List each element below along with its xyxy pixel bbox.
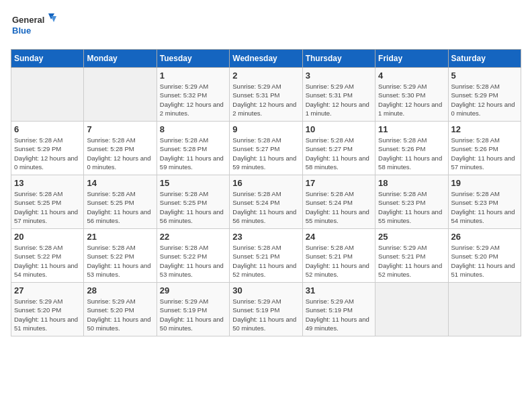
calendar-cell: 4Sunrise: 5:29 AM Sunset: 5:30 PM Daylig… <box>375 68 448 122</box>
day-number: 25 <box>378 232 445 242</box>
day-number: 27 <box>14 285 81 295</box>
calendar-cell: 1Sunrise: 5:29 AM Sunset: 5:32 PM Daylig… <box>157 68 229 122</box>
day-header-saturday: Saturday <box>448 50 521 68</box>
day-number: 29 <box>160 285 226 295</box>
day-number: 20 <box>14 232 81 242</box>
day-info: Sunrise: 5:29 AM Sunset: 5:31 PM Dayligh… <box>232 82 299 118</box>
logo-svg: General Blue <box>11 11 58 41</box>
calendar-cell: 24Sunrise: 5:28 AM Sunset: 5:21 PM Dayli… <box>302 229 375 283</box>
day-number: 13 <box>14 178 81 188</box>
logo: General Blue <box>11 11 58 41</box>
day-info: Sunrise: 5:28 AM Sunset: 5:21 PM Dayligh… <box>232 243 299 279</box>
calendar-cell: 17Sunrise: 5:28 AM Sunset: 5:24 PM Dayli… <box>302 175 375 229</box>
day-info: Sunrise: 5:29 AM Sunset: 5:19 PM Dayligh… <box>232 297 299 332</box>
day-info: Sunrise: 5:29 AM Sunset: 5:32 PM Dayligh… <box>160 82 226 118</box>
calendar-cell <box>11 68 84 122</box>
svg-text:General: General <box>12 15 44 25</box>
day-info: Sunrise: 5:28 AM Sunset: 5:27 PM Dayligh… <box>306 136 372 171</box>
calendar-cell: 21Sunrise: 5:28 AM Sunset: 5:22 PM Dayli… <box>84 229 157 283</box>
day-info: Sunrise: 5:28 AM Sunset: 5:24 PM Dayligh… <box>306 189 372 225</box>
calendar-week-3: 13Sunrise: 5:28 AM Sunset: 5:25 PM Dayli… <box>11 175 521 229</box>
day-info: Sunrise: 5:28 AM Sunset: 5:29 PM Dayligh… <box>14 136 81 171</box>
day-number: 1 <box>160 71 226 81</box>
calendar-body: 1Sunrise: 5:29 AM Sunset: 5:32 PM Daylig… <box>11 68 521 336</box>
header: General Blue <box>11 11 521 41</box>
calendar-cell: 18Sunrise: 5:28 AM Sunset: 5:23 PM Dayli… <box>375 175 448 229</box>
day-info: Sunrise: 5:29 AM Sunset: 5:19 PM Dayligh… <box>160 297 226 332</box>
day-info: Sunrise: 5:29 AM Sunset: 5:21 PM Dayligh… <box>378 243 445 279</box>
day-number: 26 <box>451 232 518 242</box>
day-info: Sunrise: 5:29 AM Sunset: 5:31 PM Dayligh… <box>306 82 372 118</box>
calendar-week-1: 1Sunrise: 5:29 AM Sunset: 5:32 PM Daylig… <box>11 68 521 122</box>
day-info: Sunrise: 5:28 AM Sunset: 5:24 PM Dayligh… <box>232 189 299 225</box>
calendar-cell: 25Sunrise: 5:29 AM Sunset: 5:21 PM Dayli… <box>375 229 448 283</box>
day-header-wednesday: Wednesday <box>230 50 302 68</box>
day-number: 6 <box>14 124 81 134</box>
day-number: 30 <box>232 285 299 295</box>
calendar-cell: 15Sunrise: 5:28 AM Sunset: 5:25 PM Dayli… <box>157 175 229 229</box>
svg-text:Blue: Blue <box>12 26 31 36</box>
day-number: 21 <box>87 232 153 242</box>
day-info: Sunrise: 5:29 AM Sunset: 5:20 PM Dayligh… <box>87 297 153 332</box>
day-header-sunday: Sunday <box>11 50 84 68</box>
day-number: 4 <box>378 71 445 81</box>
day-header-friday: Friday <box>375 50 448 68</box>
day-number: 5 <box>451 71 518 81</box>
calendar-cell <box>84 68 157 122</box>
day-info: Sunrise: 5:28 AM Sunset: 5:25 PM Dayligh… <box>87 189 153 225</box>
calendar-cell: 14Sunrise: 5:28 AM Sunset: 5:25 PM Dayli… <box>84 175 157 229</box>
calendar-header-row: SundayMondayTuesdayWednesdayThursdayFrid… <box>11 50 521 68</box>
calendar-cell <box>375 283 448 336</box>
day-number: 18 <box>378 178 445 188</box>
day-info: Sunrise: 5:28 AM Sunset: 5:23 PM Dayligh… <box>451 189 518 225</box>
day-info: Sunrise: 5:28 AM Sunset: 5:26 PM Dayligh… <box>451 136 518 171</box>
calendar-cell: 16Sunrise: 5:28 AM Sunset: 5:24 PM Dayli… <box>230 175 302 229</box>
calendar-week-5: 27Sunrise: 5:29 AM Sunset: 5:20 PM Dayli… <box>11 283 521 336</box>
calendar-cell: 20Sunrise: 5:28 AM Sunset: 5:22 PM Dayli… <box>11 229 84 283</box>
day-info: Sunrise: 5:28 AM Sunset: 5:27 PM Dayligh… <box>232 136 299 171</box>
calendar-cell: 11Sunrise: 5:28 AM Sunset: 5:26 PM Dayli… <box>375 122 448 175</box>
day-info: Sunrise: 5:29 AM Sunset: 5:19 PM Dayligh… <box>306 297 372 332</box>
calendar-cell: 26Sunrise: 5:29 AM Sunset: 5:20 PM Dayli… <box>448 229 521 283</box>
day-info: Sunrise: 5:28 AM Sunset: 5:23 PM Dayligh… <box>378 189 445 225</box>
day-info: Sunrise: 5:28 AM Sunset: 5:22 PM Dayligh… <box>87 243 153 279</box>
calendar-cell: 7Sunrise: 5:28 AM Sunset: 5:28 PM Daylig… <box>84 122 157 175</box>
calendar-cell: 5Sunrise: 5:28 AM Sunset: 5:29 PM Daylig… <box>448 68 521 122</box>
calendar-cell: 9Sunrise: 5:28 AM Sunset: 5:27 PM Daylig… <box>230 122 302 175</box>
day-info: Sunrise: 5:28 AM Sunset: 5:28 PM Dayligh… <box>160 136 226 171</box>
calendar-cell: 27Sunrise: 5:29 AM Sunset: 5:20 PM Dayli… <box>11 283 84 336</box>
calendar-cell: 10Sunrise: 5:28 AM Sunset: 5:27 PM Dayli… <box>302 122 375 175</box>
day-number: 28 <box>87 285 153 295</box>
day-header-thursday: Thursday <box>302 50 375 68</box>
day-header-monday: Monday <box>84 50 157 68</box>
calendar-week-4: 20Sunrise: 5:28 AM Sunset: 5:22 PM Dayli… <box>11 229 521 283</box>
calendar-table: SundayMondayTuesdayWednesdayThursdayFrid… <box>11 49 521 336</box>
day-number: 10 <box>306 124 372 134</box>
day-info: Sunrise: 5:28 AM Sunset: 5:22 PM Dayligh… <box>160 243 226 279</box>
calendar-cell: 6Sunrise: 5:28 AM Sunset: 5:29 PM Daylig… <box>11 122 84 175</box>
calendar-cell: 22Sunrise: 5:28 AM Sunset: 5:22 PM Dayli… <box>157 229 229 283</box>
calendar-cell: 28Sunrise: 5:29 AM Sunset: 5:20 PM Dayli… <box>84 283 157 336</box>
day-number: 22 <box>160 232 226 242</box>
calendar-cell: 30Sunrise: 5:29 AM Sunset: 5:19 PM Dayli… <box>230 283 302 336</box>
calendar-cell <box>448 283 521 336</box>
calendar-cell: 23Sunrise: 5:28 AM Sunset: 5:21 PM Dayli… <box>230 229 302 283</box>
day-number: 23 <box>232 232 299 242</box>
calendar-cell: 8Sunrise: 5:28 AM Sunset: 5:28 PM Daylig… <box>157 122 229 175</box>
day-info: Sunrise: 5:28 AM Sunset: 5:25 PM Dayligh… <box>14 189 81 225</box>
day-header-tuesday: Tuesday <box>157 50 229 68</box>
day-number: 8 <box>160 124 226 134</box>
day-info: Sunrise: 5:29 AM Sunset: 5:20 PM Dayligh… <box>451 243 518 279</box>
day-number: 9 <box>232 124 299 134</box>
day-number: 2 <box>232 71 299 81</box>
day-number: 15 <box>160 178 226 188</box>
calendar-cell: 31Sunrise: 5:29 AM Sunset: 5:19 PM Dayli… <box>302 283 375 336</box>
day-info: Sunrise: 5:29 AM Sunset: 5:30 PM Dayligh… <box>378 82 445 118</box>
day-number: 7 <box>87 124 153 134</box>
day-number: 12 <box>451 124 518 134</box>
day-number: 19 <box>451 178 518 188</box>
calendar-cell: 2Sunrise: 5:29 AM Sunset: 5:31 PM Daylig… <box>230 68 302 122</box>
calendar-cell: 19Sunrise: 5:28 AM Sunset: 5:23 PM Dayli… <box>448 175 521 229</box>
day-number: 16 <box>232 178 299 188</box>
calendar-cell: 3Sunrise: 5:29 AM Sunset: 5:31 PM Daylig… <box>302 68 375 122</box>
